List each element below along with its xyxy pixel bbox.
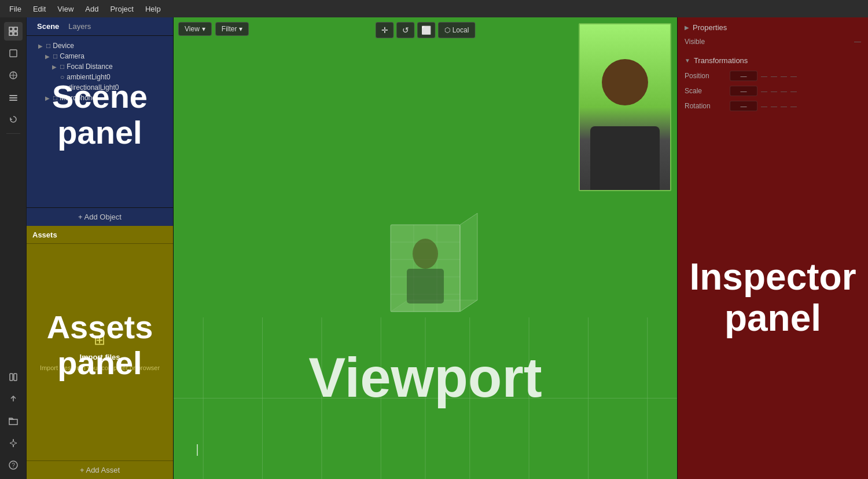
sparkle-icon[interactable]	[4, 434, 23, 452]
import-panel-icon[interactable]	[4, 368, 23, 386]
rotation-label: Rotation	[685, 102, 725, 110]
svg-rect-12	[14, 374, 17, 381]
import-title: Import files	[40, 353, 160, 361]
local-button[interactable]: ⬡ Local	[438, 22, 476, 38]
scene-tab[interactable]: Scene	[32, 21, 64, 32]
tree-item-microphone[interactable]: ▶ □ Microphone	[43, 93, 171, 103]
scale-values: — — — — —	[730, 86, 861, 96]
camera-preview	[579, 23, 671, 191]
help-icon[interactable]: ?	[4, 456, 23, 474]
transformations-section-label: Transformations	[694, 56, 748, 65]
tree-arrow-device: ▶	[38, 43, 44, 49]
move-tool-button[interactable]: ✛	[376, 22, 394, 38]
rotation-x-field[interactable]: —	[730, 101, 757, 111]
directional-icon: ✦	[60, 83, 66, 92]
add-object-button[interactable]: + Add Object	[27, 207, 173, 226]
cube-icon: ⬡	[444, 26, 450, 34]
svg-rect-10	[9, 100, 17, 101]
menu-bar: File Edit View Add Project Help	[0, 0, 868, 17]
tree-label-mic: Microphone	[60, 94, 96, 102]
inspector-overlay: Inspector panel	[678, 116, 868, 479]
rotation-dash: —	[790, 103, 797, 109]
menu-project[interactable]: Project	[105, 3, 138, 14]
import-desc: Import files from your computer or brows…	[40, 364, 160, 372]
viewport-toolbar-left: View ▾ Filter ▾	[178, 22, 249, 36]
position-z-sep: —	[781, 72, 787, 79]
svg-text:?: ?	[12, 462, 15, 469]
tree-item-device[interactable]: ▶ □ Device	[36, 41, 171, 51]
filter-button[interactable]: Filter ▾	[215, 22, 249, 36]
device-icon: □	[46, 42, 50, 50]
tree-item-directional[interactable]: ▶ ✦ directionalLight0	[50, 82, 171, 93]
camera-tree-icon: □	[53, 52, 57, 60]
visible-label: Visible	[685, 38, 705, 46]
rotate-tool-button[interactable]: ↺	[396, 22, 415, 38]
layers-icon[interactable]	[4, 44, 23, 63]
main-layout: ? Scene Layers ▶ □ Device ▶	[0, 17, 868, 479]
tree-label-directional: directionalLight0	[68, 83, 119, 92]
position-x-sep: —	[761, 72, 767, 79]
grid-icon[interactable]	[4, 66, 23, 85]
upload-icon[interactable]	[4, 390, 23, 408]
viewport[interactable]: View ▾ Filter ▾ ✛ ↺ ⬜ ⬡ Local	[174, 17, 677, 479]
properties-section-header[interactable]: ▶ Properties	[678, 20, 868, 35]
assets-import-area: ⊞ Import files Import files from your co…	[40, 332, 160, 372]
assets-panel: Assets Assets panel ⊞ Import files Impor…	[27, 226, 174, 479]
rotation-x-sep: —	[761, 103, 767, 109]
view-button[interactable]: View ▾	[178, 22, 212, 36]
scale-tool-button[interactable]: ⬜	[417, 22, 436, 38]
svg-rect-4	[10, 50, 17, 57]
menu-view[interactable]: View	[53, 3, 78, 14]
svg-marker-23	[460, 213, 477, 312]
position-values: — — — — —	[730, 71, 861, 81]
assets-panel-title: Assets	[32, 231, 57, 239]
move-icon: ✛	[381, 25, 388, 35]
filter-chevron-icon: ▾	[239, 25, 242, 33]
ambient-icon: ○	[60, 73, 64, 81]
add-asset-label: + Add Asset	[80, 466, 120, 474]
focal-icon: □	[60, 63, 64, 71]
toolbar-separator-1	[6, 133, 20, 134]
assets-panel-header: Assets	[27, 226, 173, 244]
3d-object-svg	[362, 207, 489, 335]
scale-z-sep: —	[781, 87, 787, 94]
position-y-sep: —	[771, 72, 777, 79]
transformations-arrow-icon: ▼	[685, 57, 690, 64]
properties-section-label: Properties	[693, 23, 727, 32]
scale-icon: ⬜	[421, 25, 431, 35]
tree-item-camera[interactable]: ▶ □ Camera	[43, 51, 171, 61]
scale-dash: —	[790, 87, 797, 94]
add-asset-button[interactable]: + Add Asset	[27, 460, 173, 479]
position-dash: —	[790, 72, 797, 79]
scene-panel: Scene Layers ▶ □ Device ▶ □ Camera	[27, 17, 174, 226]
tree-arrow-mic: ▶	[45, 95, 51, 101]
counter-icon[interactable]	[4, 88, 23, 107]
inspector-panel: ▶ Properties Visible — ▼ Transformations…	[677, 17, 868, 479]
visible-value: —	[854, 38, 861, 46]
svg-rect-3	[14, 32, 17, 35]
menu-file[interactable]: File	[5, 3, 26, 14]
rotation-y-sep: —	[771, 103, 777, 109]
folder-icon[interactable]	[4, 412, 23, 430]
scene-panel-content: ▶ □ Device ▶ □ Camera ▶ □ Focal Distance	[27, 36, 173, 207]
scene-icon[interactable]	[4, 22, 23, 41]
scale-x-field[interactable]: —	[730, 86, 757, 96]
menu-add[interactable]: Add	[80, 3, 103, 14]
menu-edit[interactable]: Edit	[28, 3, 50, 14]
tree-label-focal: Focal Distance	[67, 63, 112, 71]
viewport-3d-object	[362, 207, 489, 335]
menu-help[interactable]: Help	[141, 3, 165, 14]
rotate-icon: ↺	[402, 25, 409, 35]
position-x-field[interactable]: —	[730, 71, 757, 81]
svg-rect-9	[9, 97, 17, 98]
scale-x-sep: —	[761, 87, 767, 94]
position-row: Position — — — — —	[678, 68, 868, 83]
history-icon[interactable]	[4, 110, 23, 129]
layers-tab[interactable]: Layers	[64, 21, 95, 32]
left-toolbar: ?	[0, 17, 27, 479]
svg-rect-8	[9, 95, 17, 96]
tree-item-ambient[interactable]: ▶ ○ ambientLight0	[50, 72, 171, 82]
tree-item-focal[interactable]: ▶ □ Focal Distance	[50, 61, 171, 72]
transformations-section-header[interactable]: ▼ Transformations	[678, 53, 868, 68]
viewport-grid	[174, 317, 677, 479]
